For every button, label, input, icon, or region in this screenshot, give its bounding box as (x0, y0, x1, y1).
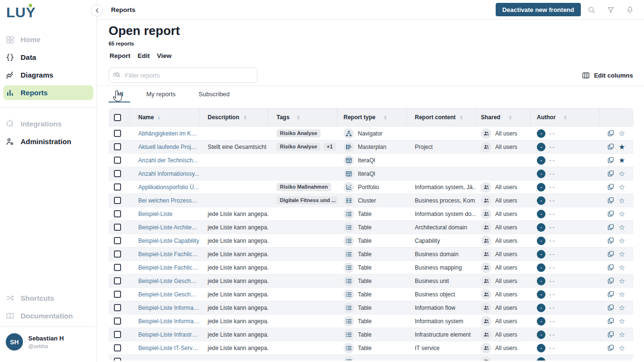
favorite-star-icon[interactable]: ★ (619, 157, 625, 164)
row-checkbox[interactable] (114, 130, 121, 137)
favorite-star-icon[interactable]: ☆ (619, 210, 625, 217)
table-row[interactable]: Beispiel-Liste jede Liste kann angepa...… (109, 207, 633, 221)
report-name-link[interactable]: Beispiel-Liste Infrastru... (138, 331, 200, 338)
row-checkbox[interactable] (114, 344, 121, 351)
menu-report[interactable]: Report (109, 52, 132, 60)
favorite-star-icon[interactable]: ★ (619, 143, 625, 150)
report-name-link[interactable]: Anzahl der Technische... (138, 157, 200, 164)
table-row[interactable]: - (109, 355, 633, 361)
report-name-link[interactable]: Beispiel-Liste Informati... (138, 318, 200, 325)
sidebar-item-shortcuts[interactable]: Shortcuts (0, 289, 97, 307)
table-row[interactable]: Beispiel-Liste Informati... jede Liste k… (109, 301, 633, 315)
table-row[interactable]: Applikationsporfolio Ü... Risiko Maßnahm… (109, 181, 633, 194)
row-checkbox[interactable] (114, 264, 121, 271)
copy-report-icon[interactable] (607, 130, 614, 137)
tab-all[interactable]: All (109, 86, 130, 102)
report-name-link[interactable]: Beispiel-Liste (138, 211, 172, 217)
row-checkbox[interactable] (114, 170, 121, 177)
column-header-report-content[interactable]: Report content (407, 108, 476, 127)
report-name-link[interactable]: Applikationsporfolio Ü... (138, 184, 199, 191)
column-header-description[interactable]: Description (200, 108, 268, 127)
report-name-link[interactable]: Anzahl Informationssy... (138, 170, 199, 177)
favorite-star-icon[interactable]: ☆ (619, 224, 625, 231)
favorite-star-icon[interactable]: ☆ (619, 237, 625, 244)
row-checkbox[interactable] (114, 304, 121, 311)
filter-reports-input[interactable] (109, 68, 257, 83)
row-checkbox[interactable] (114, 331, 121, 338)
row-checkbox[interactable] (114, 143, 121, 150)
table-row[interactable]: Beispiel-Liste Architekt... jede Liste k… (109, 221, 633, 234)
copy-report-icon[interactable] (607, 331, 614, 338)
table-row[interactable]: Beispiel-Liste Geschäft... jede Liste ka… (109, 274, 633, 288)
favorite-star-icon[interactable]: ☆ (619, 197, 625, 204)
luy-logo[interactable]: LUY (0, 0, 57, 21)
copy-report-icon[interactable] (607, 224, 614, 231)
sidebar-item-administration[interactable]: Administration (0, 133, 97, 150)
table-row[interactable]: Abhängigkeiten im Kon... Risiko Analyse … (109, 127, 633, 140)
copy-report-icon[interactable] (607, 291, 614, 298)
table-row[interactable]: Beispiel-Liste Geschäft... jede Liste ka… (109, 288, 633, 301)
row-checkbox[interactable] (114, 317, 121, 325)
user-profile[interactable]: SH Sebastian H @sebha (0, 327, 97, 362)
favorite-star-icon[interactable]: ☆ (619, 291, 625, 298)
report-name-link[interactable]: Beispiel-Liste Fachlich... (138, 264, 200, 271)
row-checkbox[interactable] (114, 291, 121, 298)
sidebar-collapse-button[interactable] (91, 4, 103, 16)
table-row[interactable]: Beispiel-Liste IT-Servic... jede Liste k… (109, 341, 633, 355)
column-header-report-type[interactable]: Report type (337, 108, 407, 127)
sidebar-item-integrations[interactable]: Integrations (0, 115, 97, 133)
copy-report-icon[interactable] (607, 304, 614, 311)
copy-report-icon[interactable] (607, 157, 614, 164)
row-checkbox[interactable] (114, 250, 121, 258)
report-name-link[interactable]: Beispiel-Liste Architekt... (138, 224, 200, 231)
copy-report-icon[interactable] (607, 197, 614, 204)
sidebar-item-documentation[interactable]: Documentation (0, 307, 97, 325)
column-header-name[interactable]: Name↓ (130, 108, 200, 127)
row-checkbox[interactable] (114, 197, 121, 204)
favorite-star-icon[interactable]: ☆ (619, 304, 625, 311)
row-checkbox[interactable] (114, 224, 121, 231)
copy-report-icon[interactable] (607, 344, 614, 351)
table-row[interactable]: Beispiel-Liste Informati... jede Liste k… (109, 315, 633, 328)
tab-my-reports[interactable]: My reports (140, 86, 182, 102)
row-checkbox[interactable] (114, 277, 121, 284)
favorite-star-icon[interactable]: ☆ (619, 170, 625, 177)
favorite-star-icon[interactable]: ☆ (619, 317, 625, 325)
table-row[interactable]: Bei welchen Prozessen... Digitale Fitnes… (109, 194, 633, 207)
copy-report-icon[interactable] (607, 183, 614, 191)
favorite-star-icon[interactable]: ☆ (619, 277, 625, 284)
report-name-link[interactable]: Beispiel-Liste Capability (138, 238, 199, 244)
sidebar-item-reports[interactable]: Reports (3, 85, 93, 100)
sidebar-item-home[interactable]: Home (0, 31, 97, 48)
row-checkbox[interactable] (114, 237, 121, 244)
select-all-checkbox[interactable] (114, 114, 121, 121)
search-icon[interactable] (588, 6, 596, 14)
column-header-author[interactable]: Author (531, 108, 600, 127)
table-row[interactable]: Anzahl Informationssy... IteraQl - -- ☆ (109, 167, 633, 181)
table-row[interactable]: Beispiel-Liste Infrastru... jede Liste k… (109, 328, 633, 341)
copy-report-icon[interactable] (607, 210, 614, 217)
filter-icon[interactable] (607, 6, 615, 14)
copy-report-icon[interactable] (607, 264, 614, 271)
favorite-star-icon[interactable]: ☆ (619, 250, 625, 258)
table-row[interactable]: Beispiel-Liste Fachlich... jede Liste ka… (109, 261, 633, 274)
favorite-star-icon[interactable]: ☆ (619, 344, 625, 351)
copy-report-icon[interactable] (607, 237, 614, 244)
report-name-link[interactable]: Beispiel-Liste Informati... (138, 305, 200, 311)
report-name-link[interactable]: Bei welchen Prozessen... (138, 197, 200, 204)
column-header-tags[interactable]: Tags (268, 108, 337, 127)
row-checkbox[interactable] (114, 358, 121, 361)
copy-report-icon[interactable] (607, 277, 614, 284)
favorite-star-icon[interactable]: ☆ (619, 264, 625, 271)
copy-report-icon[interactable] (607, 250, 614, 258)
bell-icon[interactable] (626, 6, 634, 14)
copy-report-icon[interactable] (607, 317, 614, 325)
menu-view[interactable]: View (156, 52, 173, 60)
report-name-link[interactable]: Beispiel-Liste Geschäft... (138, 278, 200, 284)
favorite-star-icon[interactable]: ☆ (619, 130, 625, 137)
report-name-link[interactable]: Beispiel-Liste Geschäft... (138, 291, 200, 298)
favorite-star-icon[interactable]: ☆ (619, 331, 625, 338)
row-checkbox[interactable] (114, 183, 121, 191)
column-header-shared[interactable]: Shared (476, 108, 531, 127)
sidebar-item-data[interactable]: Data (0, 48, 97, 66)
